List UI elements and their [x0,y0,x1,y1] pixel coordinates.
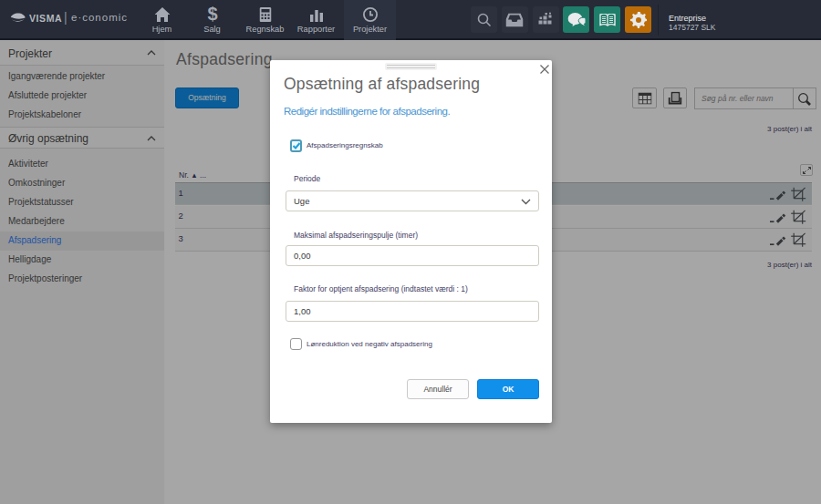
svg-text:$: $ [207,6,217,22]
